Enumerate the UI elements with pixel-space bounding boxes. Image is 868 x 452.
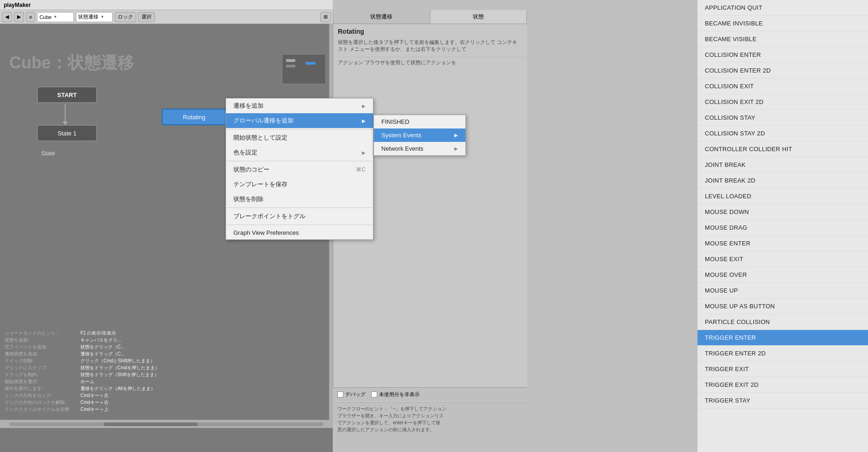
event-item-collision-stay-2d[interactable]: COLLISION STAY 2D bbox=[697, 126, 868, 141]
event-item-trigger-exit-2d[interactable]: TRIGGER EXIT 2D bbox=[697, 377, 868, 393]
menu-separator-1 bbox=[226, 129, 373, 129]
app-title: playMaker bbox=[4, 2, 31, 8]
start-node[interactable]: START bbox=[37, 86, 97, 103]
menu-item-set-start[interactable]: 開始状態として設定 bbox=[226, 130, 373, 145]
object-dropdown-arrow: ▼ bbox=[54, 15, 57, 19]
event-item-mouse-down[interactable]: MOUSE DOWN bbox=[697, 204, 868, 220]
statemachine-label: 状態遷移 bbox=[78, 13, 98, 20]
minimap bbox=[282, 54, 326, 84]
menu-item-delete-state[interactable]: 状態を削除 bbox=[226, 192, 373, 207]
canvas-title: Cube：状態遷移 bbox=[9, 52, 134, 74]
submenu-item-system-events[interactable]: System Events ▶ bbox=[374, 128, 465, 142]
debug-label: デバッグ bbox=[345, 391, 366, 398]
event-item-mouse-up-as-button[interactable]: MOUSE UP AS BUTTON bbox=[697, 299, 868, 314]
event-list: APPLICATION QUITBECAME INVISIBLEBECAME V… bbox=[697, 0, 868, 409]
event-item-particle-collision[interactable]: PARTICLE COLLISION bbox=[697, 314, 868, 330]
unused-checkbox-group: 未使用分を非表示 bbox=[371, 391, 420, 398]
canvas-hscroll-track bbox=[9, 422, 324, 426]
menu-item-set-color[interactable]: 色を設定 ▶ bbox=[226, 145, 373, 160]
tab-state[interactable]: 状態 bbox=[430, 10, 527, 24]
object-name: Cube bbox=[39, 14, 51, 20]
select-button[interactable]: 選択 bbox=[138, 12, 155, 22]
transition-arrow bbox=[65, 104, 66, 122]
event-item-trigger-stay[interactable]: TRIGGER STAY bbox=[697, 393, 868, 409]
event-item-collision-enter[interactable]: COLLISION ENTER bbox=[697, 47, 868, 63]
event-item-joint-break-2d[interactable]: JOINT BREAK 2D bbox=[697, 173, 868, 189]
minimap-state1 bbox=[286, 65, 295, 67]
submenu-global-transition: FINISHED System Events ▶ Network Events … bbox=[373, 115, 466, 156]
menu-item-toggle-breakpoint[interactable]: ブレークポイントをトグル bbox=[226, 209, 373, 224]
lock-button[interactable]: ロック bbox=[115, 12, 136, 22]
event-item-collision-exit-2d[interactable]: COLLISION EXIT 2D bbox=[697, 94, 868, 110]
action-description: アクション ブラウザを使用して状態にアクションを bbox=[333, 57, 527, 68]
event-item-mouse-up[interactable]: MOUSE UP bbox=[697, 283, 868, 299]
statemachine-dropdown-arrow: ▼ bbox=[100, 15, 104, 19]
menu-item-graph-prefs[interactable]: Graph View Preferences bbox=[226, 226, 373, 239]
expand-button[interactable]: ⊞ bbox=[320, 12, 331, 22]
menu-separator-3 bbox=[226, 208, 373, 208]
canvas-hscroll-thumb[interactable] bbox=[104, 422, 198, 426]
debug-bar: デバッグ 未使用分を非表示 bbox=[333, 387, 527, 401]
minimap-start bbox=[286, 59, 295, 62]
menu-item-add-transition[interactable]: 遷移を追加 ▶ bbox=[226, 98, 373, 113]
minimap-rotating bbox=[306, 62, 316, 65]
event-item-mouse-over[interactable]: MOUSE OVER bbox=[697, 267, 868, 283]
menu-separator-4 bbox=[226, 225, 373, 225]
unused-label: 未使用分を非表示 bbox=[379, 391, 420, 398]
event-item-collision-enter-2d[interactable]: COLLISION ENTER 2D bbox=[697, 63, 868, 79]
event-item-level-loaded[interactable]: LEVEL LOADED bbox=[697, 189, 868, 204]
next-button[interactable]: ▶ bbox=[14, 12, 24, 22]
event-item-application-quit[interactable]: APPLICATION QUIT bbox=[697, 0, 868, 16]
menu-item-add-global-transition[interactable]: グローバル遷移を追加 ▶ bbox=[226, 113, 373, 128]
event-item-trigger-exit[interactable]: TRIGGER EXIT bbox=[697, 361, 868, 377]
state-description: 状態を選択した後タブを押下して名前を編集します。右クリックして コンテキスト メ… bbox=[333, 37, 527, 55]
debug-checkbox[interactable] bbox=[337, 391, 343, 397]
event-item-became-visible[interactable]: BECAME VISIBLE bbox=[697, 31, 868, 47]
event-item-collision-stay[interactable]: COLLISION STAY bbox=[697, 110, 868, 126]
canvas-hscrollbar[interactable] bbox=[0, 420, 333, 428]
rotating-header: Rotating bbox=[333, 24, 527, 37]
submenu-item-network-events[interactable]: Network Events ▶ bbox=[374, 142, 465, 155]
event-item-trigger-enter-2d[interactable]: TRIGGER ENTER 2D bbox=[697, 346, 868, 361]
toolbar: ◀ ▶ ≡ Cube ▼ 状態遷移 ▼ ロック 選択 ⊞ bbox=[0, 10, 333, 24]
statemachine-dropdown[interactable]: 状態遷移 ▼ bbox=[76, 12, 113, 22]
submenu-item-finished[interactable]: FINISHED bbox=[374, 115, 465, 128]
rotating-node[interactable]: Rotating bbox=[162, 109, 226, 125]
menu-button[interactable]: ≡ bbox=[26, 12, 35, 22]
event-list-panel: APPLICATION QUITBECAME INVISIBLEBECAME V… bbox=[697, 0, 868, 452]
event-item-collision-exit[interactable]: COLLISION EXIT bbox=[697, 79, 868, 94]
event-item-joint-break[interactable]: JOINT BREAK bbox=[697, 157, 868, 173]
title-bar: playMaker bbox=[0, 0, 333, 10]
event-item-mouse-drag[interactable]: MOUSE DRAG bbox=[697, 220, 868, 236]
debug-checkbox-group: デバッグ bbox=[337, 391, 366, 398]
object-dropdown[interactable]: Cube ▼ bbox=[37, 12, 74, 22]
menu-item-save-template[interactable]: テンプレートを保存 bbox=[226, 177, 373, 192]
prev-button[interactable]: ◀ bbox=[2, 12, 12, 22]
state1-node[interactable]: State 1 bbox=[37, 125, 97, 141]
event-item-mouse-enter[interactable]: MOUSE ENTER bbox=[697, 236, 868, 251]
event-item-trigger-enter[interactable]: TRIGGER ENTER bbox=[697, 330, 868, 346]
context-menu: 遷移を追加 ▶ グローバル遷移を追加 ▶ 開始状態として設定 色を設定 ▶ 状態… bbox=[226, 98, 373, 240]
right-panel-tabs: 状態遷移 状態 bbox=[333, 10, 527, 24]
menu-separator-2 bbox=[226, 161, 373, 161]
hints-panel: ショートカットのヒント：F1 の表示/非表示 状態を追加:キャンバスをクリ...… bbox=[5, 330, 226, 413]
event-item-mouse-exit[interactable]: MOUSE EXIT bbox=[697, 251, 868, 267]
event-item-became-invisible[interactable]: BECAME INVISIBLE bbox=[697, 16, 868, 31]
workflow-hint: ワークフローのヒント：「~」を押下してアクション ブラウザーを開き、キー入力によ… bbox=[333, 402, 527, 452]
state-label: State bbox=[41, 150, 55, 157]
unused-checkbox[interactable] bbox=[371, 391, 377, 397]
menu-item-copy-state[interactable]: 状態のコピー ⌘C bbox=[226, 162, 373, 177]
tab-state-transition[interactable]: 状態遷移 bbox=[333, 10, 430, 24]
event-item-controller-collider-hit[interactable]: CONTROLLER COLLIDER HIT bbox=[697, 141, 868, 157]
